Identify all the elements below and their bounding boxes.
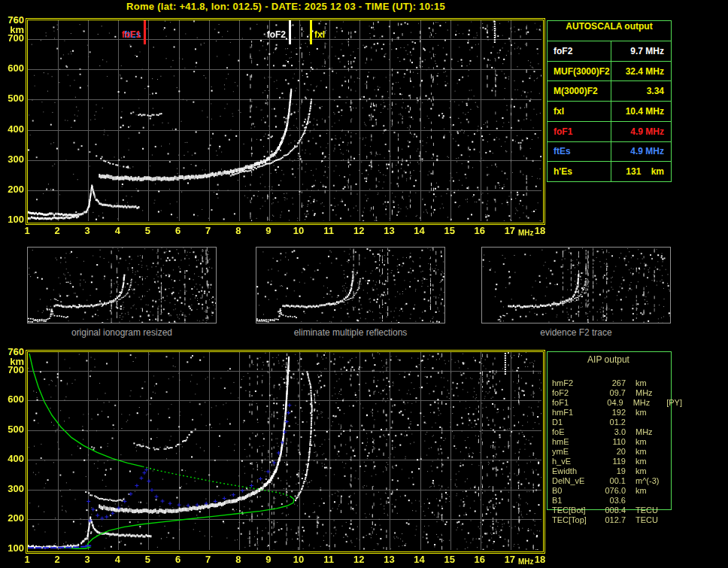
x-axis-tick-label: 10 <box>289 554 308 565</box>
aip-unit: km <box>626 437 669 447</box>
thumbnail-original-ionogram <box>27 247 217 323</box>
autoscala-param-value: 3.34 <box>611 86 671 96</box>
aip-lab: hmE <box>547 437 600 447</box>
thumbnail-no-multiples <box>256 247 445 323</box>
y-axis-unit-label: km <box>0 24 24 35</box>
aip-val: 012.7 <box>600 515 626 525</box>
x-axis-tick-label: 6 <box>168 225 188 236</box>
aip-note <box>669 506 670 515</box>
aip-row-TEC[Bot]: TEC[Bot]008.4TECU <box>547 506 682 515</box>
aip-row-TEC[Top]: TEC[Top]012.7TECU <box>547 515 682 525</box>
x-axis-tick-label: 11 <box>319 554 338 565</box>
aip-output-title: AIP output <box>547 354 670 365</box>
aip-row-hmF2: hmF2267km <box>547 378 682 388</box>
aip-note <box>669 466 670 476</box>
aip-val: 03.6 <box>600 496 626 506</box>
y-axis-tick-label: 100 <box>0 542 24 554</box>
aip-val: 192 <box>600 408 626 418</box>
autoscala-param-value: 131 km <box>611 166 671 177</box>
x-axis-unit-label: MHz <box>518 229 534 237</box>
x-axis-tick-label: 2 <box>47 554 67 565</box>
aip-val: 01.2 <box>600 418 626 427</box>
aip-row-foE: foE3.0MHz <box>547 427 682 437</box>
autoscala-row-fxI: fxI10.4 MHz <box>548 102 671 122</box>
thumbnail-f2-trace-canvas <box>482 248 670 323</box>
x-axis-tick-label: 8 <box>229 225 248 236</box>
x-axis-tick-label: 13 <box>379 225 399 236</box>
fxI-marker-label: fxI <box>314 29 347 40</box>
aip-row-B1: B103.6 <box>547 496 682 506</box>
aip-note <box>669 418 670 427</box>
aip-unit: MHz <box>623 398 666 408</box>
thumbnail-caption-f2-trace: evidence F2 trace <box>481 327 671 338</box>
x-axis-tick-label: 16 <box>470 554 490 565</box>
x-axis-tick-label: 4 <box>108 554 127 565</box>
x-axis-tick-label: 15 <box>440 225 460 236</box>
autoscala-row-MUF(3000)F2: MUF(3000)F232.4 MHz <box>548 62 671 82</box>
aip-unit: TECU <box>626 506 669 515</box>
autoscala-param-value: 9.7 MHz <box>611 46 671 56</box>
x-axis-tick-label: 3 <box>77 554 97 565</box>
aip-row-ymE: ymE20km <box>547 447 682 457</box>
y-axis-tick-label: 500 <box>0 93 24 104</box>
aip-note <box>669 486 670 496</box>
x-axis-tick-label: 6 <box>168 554 188 565</box>
thumbnail-original-canvas <box>28 248 216 323</box>
aip-unit <box>626 496 669 506</box>
x-axis-tick-label: 10 <box>289 225 308 236</box>
y-axis-tick-label: 100 <box>0 214 24 225</box>
aip-unit: km <box>626 378 669 388</box>
aip-row-hmE: hmE110km <box>547 437 682 447</box>
x-axis-tick-label: 12 <box>349 554 369 565</box>
x-axis-tick-label: 5 <box>138 554 157 565</box>
bottom-ionogram-plot <box>27 351 544 552</box>
autoscala-window: Rome (lat: +41.8, lon: 012.5) - DATE: 20… <box>0 0 728 568</box>
autoscala-output-table: AUTOSCALA output foF29.7 MHzMUF(3000)F23… <box>547 20 672 182</box>
aip-unit: MHz <box>626 388 669 398</box>
x-axis-tick-label: 11 <box>319 225 338 236</box>
aip-val: 3.0 <box>600 427 626 437</box>
aip-lab: TEC[Bot] <box>547 506 600 515</box>
aip-unit: km <box>626 447 669 457</box>
aip-lab: hmF2 <box>547 378 600 388</box>
autoscala-row-M(3000)F2: M(3000)F23.34 <box>548 81 671 102</box>
x-axis-tick-label: 3 <box>77 225 97 236</box>
aip-lab: DelN_vE <box>547 476 600 486</box>
aip-note <box>669 457 670 466</box>
x-axis-tick-label: 1 <box>17 225 37 236</box>
x-axis-tick-label: 5 <box>138 225 157 236</box>
autoscala-row-foF1: foF14.9 MHz <box>548 122 671 142</box>
aip-lab: TEC[Top] <box>547 515 600 525</box>
aip-row-D1: D101.2 <box>547 418 682 427</box>
thumbnail-caption-original: original ionogram resized <box>27 327 217 338</box>
thumbnail-f2-trace <box>481 247 671 323</box>
aip-note: [PY] <box>665 398 682 408</box>
page-title: Rome (lat: +41.8, lon: 012.5) - DATE: 20… <box>0 1 572 12</box>
aip-unit: km <box>626 466 669 476</box>
aip-lab: h_vE <box>547 457 600 466</box>
y-axis-tick-label: 600 <box>0 393 24 405</box>
x-axis-tick-label: 7 <box>199 225 218 236</box>
aip-val: 19 <box>600 466 626 476</box>
autoscala-param-label: h'Es <box>548 162 611 181</box>
x-axis-tick-label: 17 <box>500 554 520 565</box>
aip-unit: km <box>626 486 669 496</box>
autoscala-param-label: MUF(3000)F2 <box>548 62 611 81</box>
aip-lab: ymE <box>547 447 600 457</box>
aip-val: 008.4 <box>600 506 626 515</box>
autoscala-output-title: AUTOSCALA output <box>548 21 671 41</box>
aip-val: 09.7 <box>600 388 626 398</box>
foF2-marker-line <box>289 20 291 44</box>
y-axis-tick-label: 300 <box>0 483 24 494</box>
foF1-marker-line <box>144 20 146 44</box>
foF1-marker-label: foF1 <box>108 29 141 40</box>
x-axis-tick-label: 16 <box>470 225 490 236</box>
aip-val: 267 <box>600 378 626 388</box>
x-axis-tick-label: 2 <box>47 225 67 236</box>
autoscala-param-label: foF1 <box>548 122 611 141</box>
autoscala-param-value: 4.9 MHz <box>611 146 671 156</box>
aip-row-foF1: foF104.9MHz[PY] <box>547 398 682 408</box>
x-axis-unit-label: MHz <box>518 557 534 566</box>
aip-row-h_vE: h_vE119km <box>547 457 682 466</box>
x-axis-tick-label: 17 <box>500 225 520 236</box>
